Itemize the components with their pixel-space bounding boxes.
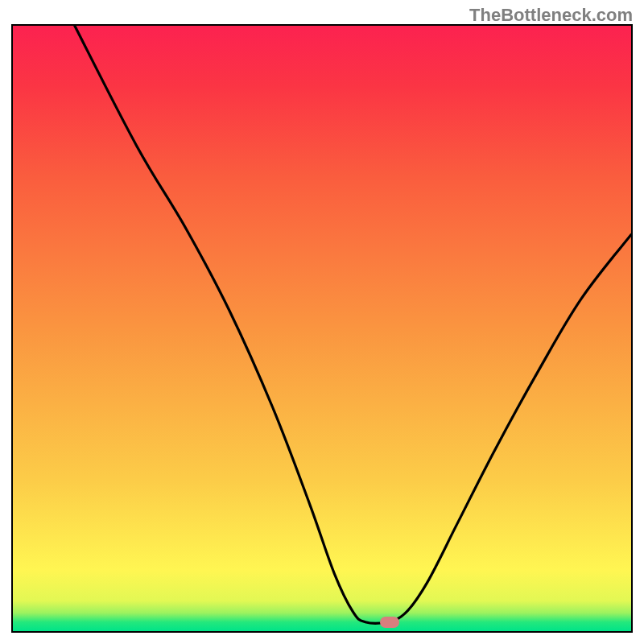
bottleneck-curve <box>13 26 631 631</box>
optimal-marker <box>380 617 399 628</box>
chart-container: TheBottleneck.com <box>0 0 644 644</box>
watermark-text: TheBottleneck.com <box>469 5 633 26</box>
plot-area <box>13 26 631 631</box>
plot-frame <box>11 24 633 633</box>
